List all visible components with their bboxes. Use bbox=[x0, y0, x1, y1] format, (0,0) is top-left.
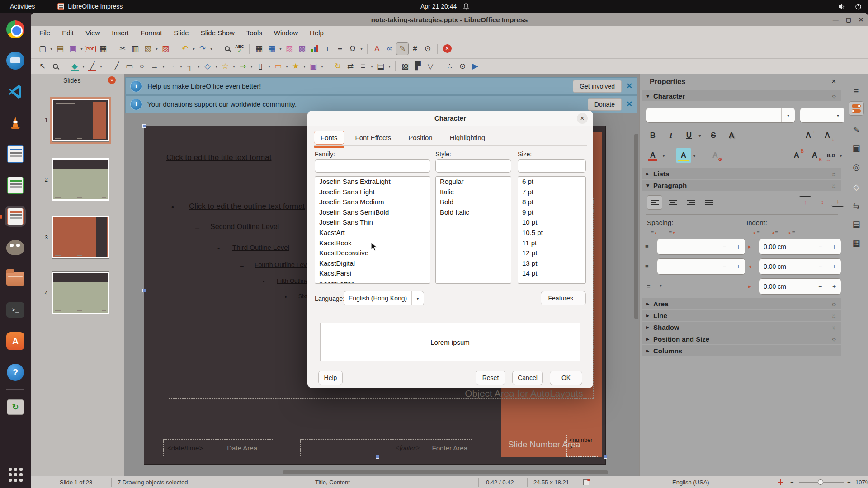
dock-calc-icon[interactable] bbox=[5, 175, 26, 196]
special-character-icon[interactable]: Ω bbox=[346, 42, 359, 55]
properties-close-icon[interactable]: ✕ bbox=[831, 78, 836, 85]
star-shapes-icon[interactable]: ★ bbox=[289, 60, 302, 73]
footer-placeholder[interactable]: <footer> Footer Area bbox=[300, 439, 472, 456]
outline-level-1[interactable]: Click to edit the outline text format bbox=[189, 202, 305, 211]
dock-gimp-icon[interactable] bbox=[5, 237, 26, 258]
3d-objects-icon[interactable]: ▣ bbox=[307, 60, 320, 73]
document-modified-icon[interactable] bbox=[583, 476, 589, 488]
ok-button[interactable]: OK bbox=[550, 371, 582, 385]
font-name-combo[interactable]: ▾ bbox=[646, 108, 795, 123]
family-list[interactable]: Josefin Sans ExtraLightJosefin Sans Ligh… bbox=[315, 176, 430, 284]
star-shapes-dropdown-icon[interactable]: ▾ bbox=[302, 64, 307, 69]
menu-help[interactable]: Help bbox=[304, 28, 330, 38]
character-spacing-button[interactable]: B-D↔ bbox=[823, 148, 839, 163]
image-filter-icon[interactable]: ▽ bbox=[424, 60, 437, 73]
align-left-button[interactable] bbox=[647, 195, 662, 210]
maximize-button[interactable]: ▢ bbox=[846, 16, 851, 23]
indent-before-field[interactable]: 0.00 cm − + bbox=[759, 239, 841, 255]
size-list[interactable]: 6 pt7 pt 8 pt9 pt 10 pt10.5 pt 11 pt12 p… bbox=[518, 176, 586, 284]
decrement-icon[interactable]: − bbox=[813, 259, 827, 274]
highlight-color-button[interactable]: A bbox=[676, 148, 691, 163]
clock-group[interactable]: Apr 21 20:44 bbox=[420, 0, 469, 13]
sidebar-navigator-icon[interactable]: ◎ bbox=[849, 160, 864, 174]
gear-icon[interactable]: ☼ bbox=[831, 182, 837, 189]
menu-slide-show[interactable]: Slide Show bbox=[195, 28, 241, 38]
style-list[interactable]: RegularItalic BoldBold Italic bbox=[435, 176, 511, 284]
sidebar-animation-icon[interactable]: ▤ bbox=[849, 217, 864, 231]
select-icon[interactable]: ↖ bbox=[36, 60, 49, 73]
horizontal-scrollbar[interactable] bbox=[124, 470, 639, 474]
tab-position[interactable]: Position bbox=[402, 131, 439, 144]
menu-insert[interactable]: Insert bbox=[106, 28, 135, 38]
banner-close-icon[interactable]: ✕ bbox=[622, 81, 637, 91]
columns-section-header[interactable]: ▸Columns bbox=[642, 345, 841, 356]
gear-icon[interactable]: ☼ bbox=[831, 335, 837, 343]
lines-arrows-icon[interactable]: → bbox=[148, 60, 161, 73]
connector-icon[interactable]: ┐ bbox=[184, 60, 196, 73]
character-shadow-button[interactable]: A bbox=[724, 128, 739, 143]
fill-color-icon[interactable]: ◆ bbox=[68, 60, 81, 73]
tab-font-effects[interactable]: Font Effects bbox=[349, 131, 398, 144]
close-button[interactable]: ✕ bbox=[859, 16, 863, 23]
hanging-indent-icon[interactable]: ▸≡ bbox=[789, 230, 795, 236]
crop-image-icon[interactable]: ▛ bbox=[411, 60, 424, 73]
decrement-icon[interactable]: − bbox=[813, 279, 827, 294]
copy-icon[interactable]: ▥ bbox=[129, 42, 142, 55]
fontwork-icon[interactable]: A bbox=[371, 42, 383, 55]
redo-icon[interactable]: ↷ bbox=[196, 42, 209, 55]
insert-table-icon[interactable]: ▦ bbox=[265, 42, 278, 55]
increase-indent-icon[interactable]: ▸≡ bbox=[754, 230, 760, 236]
curve-dropdown-icon[interactable]: ▾ bbox=[179, 64, 184, 69]
selection-handle[interactable] bbox=[376, 455, 379, 459]
system-tray[interactable] bbox=[838, 0, 862, 13]
zoom-icon[interactable] bbox=[49, 60, 61, 73]
insert-chart-icon[interactable] bbox=[308, 42, 321, 55]
strikethrough-button[interactable]: S bbox=[706, 128, 721, 143]
lists-section-header[interactable]: ▸ Lists ☼ bbox=[642, 168, 841, 179]
decrement-icon[interactable]: − bbox=[813, 239, 827, 254]
align-dropdown-icon[interactable]: ▾ bbox=[369, 64, 374, 69]
font-size-combo[interactable]: ▾ bbox=[800, 108, 845, 123]
sidebar-master-slides-icon[interactable]: ▦ bbox=[849, 236, 864, 250]
increase-spacing-icon[interactable]: ≡▴ bbox=[651, 230, 657, 236]
special-character-dropdown-icon[interactable]: ▾ bbox=[359, 46, 364, 51]
align-center-button[interactable] bbox=[665, 195, 680, 210]
paste-icon[interactable]: ▧ bbox=[142, 42, 154, 55]
menu-file[interactable]: File bbox=[33, 28, 56, 38]
dock-writer-icon[interactable] bbox=[5, 144, 26, 164]
dock-thunderbird-icon[interactable] bbox=[5, 50, 26, 71]
clear-formatting-button[interactable]: A⊘ bbox=[708, 148, 723, 163]
italic-button[interactable]: I bbox=[663, 128, 679, 143]
outline-level-4[interactable]: Fourth Outline Level bbox=[255, 261, 311, 268]
shadow-section-header[interactable]: ▸Shadow ☼ bbox=[642, 322, 841, 333]
basic-shapes-icon[interactable]: ◇ bbox=[201, 60, 214, 73]
display-grid-icon[interactable]: ▦ bbox=[253, 42, 265, 55]
sidebar-menu-icon[interactable]: ≡ bbox=[849, 84, 864, 99]
decrement-icon[interactable]: − bbox=[717, 259, 731, 274]
gear-icon[interactable]: ☼ bbox=[831, 312, 837, 319]
minimize-button[interactable]: — bbox=[833, 16, 839, 23]
zoom-out-icon[interactable]: − bbox=[790, 476, 794, 488]
subscript-button[interactable]: AB bbox=[807, 148, 822, 163]
rotate-icon[interactable]: ↻ bbox=[331, 60, 344, 73]
curve-icon[interactable]: ~ bbox=[166, 60, 179, 73]
position-size-section-header[interactable]: ▸Position and Size ☼ bbox=[642, 333, 841, 344]
font-color-button[interactable]: A bbox=[645, 148, 660, 163]
zoom-slider-thumb[interactable] bbox=[818, 479, 823, 485]
insert-text-box-icon[interactable]: T bbox=[321, 42, 334, 55]
decrease-spacing-icon[interactable]: ≡▾ bbox=[669, 230, 675, 236]
dialog-close-icon[interactable]: ✕ bbox=[577, 113, 588, 124]
menu-format[interactable]: Format bbox=[135, 28, 168, 38]
print-icon[interactable]: ▦ bbox=[97, 42, 109, 55]
tab-highlighting[interactable]: Highlighting bbox=[443, 131, 491, 144]
dock-impress-icon[interactable] bbox=[5, 206, 26, 227]
clone-formatting-icon[interactable]: ▨ bbox=[159, 42, 172, 55]
new-document-icon[interactable]: ▢ bbox=[36, 42, 49, 55]
focused-app-indicator[interactable]: LibreOffice Impress bbox=[57, 3, 123, 10]
find-replace-icon[interactable] bbox=[221, 42, 233, 55]
grow-font-button[interactable]: A↑ bbox=[801, 128, 816, 143]
basic-shapes-dropdown-icon[interactable]: ▾ bbox=[214, 64, 219, 69]
arrange-icon[interactable]: ▤ bbox=[374, 60, 387, 73]
vertical-scrollbar[interactable] bbox=[634, 116, 638, 464]
dock-trash-icon[interactable]: ↻ bbox=[5, 397, 26, 418]
